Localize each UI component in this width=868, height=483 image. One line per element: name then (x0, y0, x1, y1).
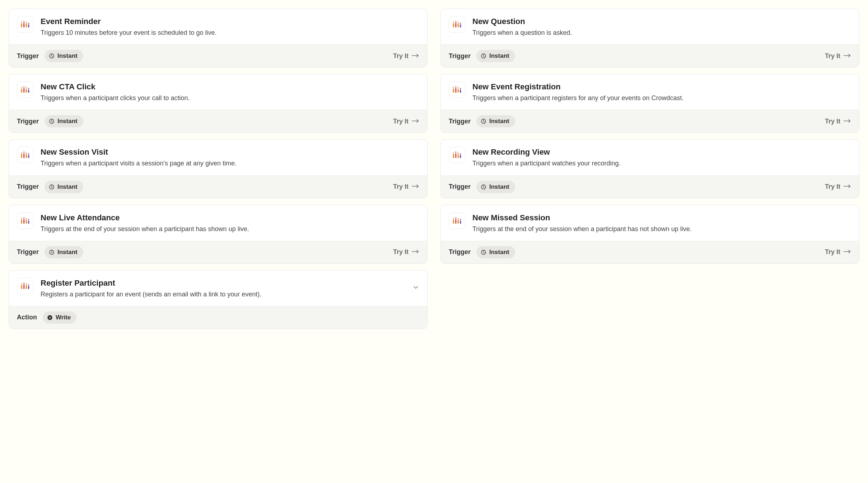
crowdcast-icon (20, 21, 30, 28)
crowdcast-icon (452, 21, 462, 28)
card-header: New Recording ViewTriggers when a partic… (441, 140, 859, 175)
card-title: Event Reminder (41, 17, 419, 26)
svg-point-60 (460, 88, 461, 89)
svg-point-18 (21, 153, 22, 154)
card-text: New Live AttendanceTriggers at the end o… (41, 212, 419, 234)
svg-rect-64 (453, 154, 454, 158)
card-header: New Session VisitTriggers when a partici… (9, 140, 427, 175)
app-icon (17, 16, 33, 33)
svg-rect-39 (23, 284, 24, 289)
try-it-label: Try It (825, 52, 840, 60)
svg-rect-48 (455, 23, 456, 27)
arrow-right-icon (843, 249, 851, 254)
svg-point-72 (453, 218, 454, 219)
svg-point-45 (453, 22, 454, 23)
integration-card: New Event RegistrationTriggers when a pa… (440, 74, 859, 133)
svg-rect-77 (458, 220, 459, 224)
try-it-button[interactable]: Try It (825, 248, 851, 256)
svg-rect-43 (28, 286, 29, 289)
clock-icon (49, 118, 55, 124)
clock-icon (481, 184, 486, 190)
try-it-button[interactable]: Try It (825, 118, 851, 125)
pill-label: Instant (57, 52, 78, 60)
card-title: New Question (472, 17, 851, 26)
svg-rect-50 (458, 24, 459, 28)
svg-rect-23 (26, 154, 27, 158)
try-it-button[interactable]: Try It (393, 52, 419, 60)
pill-label: Instant (489, 52, 509, 60)
instant-pill: Instant (45, 50, 83, 62)
kind-label: Trigger (449, 248, 471, 256)
card-footer: Trigger InstantTry It (9, 175, 427, 198)
card-text: New Recording ViewTriggers when a partic… (472, 147, 851, 168)
card-title: New Session Visit (41, 147, 419, 157)
try-it-label: Try It (393, 248, 409, 256)
card-text: New CTA ClickTriggers when a participant… (41, 81, 419, 103)
svg-point-2 (23, 21, 24, 22)
page: Event ReminderTriggers 10 minutes before… (0, 0, 868, 338)
svg-rect-73 (453, 220, 454, 224)
instant-pill: Instant (45, 181, 83, 193)
crowdcast-icon (452, 217, 462, 224)
card-header: New Event RegistrationTriggers when a pa… (441, 74, 859, 110)
svg-rect-75 (455, 219, 456, 224)
card-title: New Event Registration (472, 82, 851, 92)
svg-point-47 (455, 21, 456, 22)
try-it-label: Try It (825, 118, 840, 125)
arrow-right-icon (843, 118, 851, 123)
svg-rect-55 (453, 89, 454, 93)
instant-pill: Instant (476, 115, 515, 127)
svg-rect-25 (28, 155, 29, 158)
card-header: New Missed SessionTriggers at the end of… (441, 205, 859, 241)
card-footer: Action Write (9, 306, 427, 329)
arrow-right-icon (843, 184, 851, 189)
kind-label: Trigger (17, 248, 39, 256)
app-icon (17, 81, 33, 98)
integration-card: New Missed SessionTriggers at the end of… (440, 205, 859, 264)
arrow-right-icon (411, 249, 419, 254)
card-text: New Event RegistrationTriggers when a pa… (472, 81, 851, 103)
app-icon (449, 16, 465, 33)
try-it-label: Try It (393, 183, 409, 191)
footer-left: Trigger Instant (17, 50, 83, 62)
svg-point-9 (21, 87, 22, 88)
footer-left: Trigger Instant (17, 246, 83, 258)
svg-rect-46 (453, 24, 454, 28)
clock-icon (49, 53, 55, 59)
integration-card: New QuestionTriggers when a question is … (440, 9, 859, 67)
try-it-button[interactable]: Try It (393, 183, 419, 191)
card-footer: Trigger InstantTry It (441, 44, 859, 67)
svg-rect-5 (26, 24, 27, 28)
svg-rect-61 (460, 90, 461, 93)
card-description: Triggers when a participant visits a ses… (41, 159, 419, 168)
instant-pill: Instant (476, 181, 515, 193)
svg-point-24 (28, 154, 29, 155)
try-it-button[interactable]: Try It (393, 118, 419, 125)
try-it-label: Try It (393, 52, 409, 60)
card-description: Triggers when a participant clicks your … (41, 94, 419, 103)
instant-pill: Instant (45, 115, 83, 127)
clock-icon (49, 184, 55, 190)
card-description: Triggers at the end of your session when… (472, 225, 851, 234)
card-title: Register Participant (41, 278, 402, 288)
instant-pill: Instant (476, 50, 515, 62)
svg-rect-12 (23, 88, 24, 93)
expand-toggle[interactable] (412, 284, 419, 292)
card-footer: Trigger InstantTry It (9, 241, 427, 263)
try-it-button[interactable]: Try It (825, 52, 851, 60)
card-description: Triggers when a question is asked. (472, 28, 851, 37)
svg-point-58 (458, 87, 459, 88)
card-header: Event ReminderTriggers 10 minutes before… (9, 9, 427, 44)
svg-point-76 (458, 218, 459, 219)
chevron-down-icon (412, 284, 419, 291)
try-it-button[interactable]: Try It (393, 248, 419, 256)
pill-label: Instant (57, 183, 78, 191)
card-text: New QuestionTriggers when a question is … (472, 16, 851, 37)
svg-rect-34 (28, 221, 29, 224)
arrow-right-icon (843, 183, 851, 191)
app-icon (17, 278, 33, 294)
kind-label: Trigger (449, 183, 471, 191)
svg-point-56 (455, 86, 456, 87)
integration-card: New Recording ViewTriggers when a partic… (440, 139, 859, 198)
try-it-button[interactable]: Try It (825, 183, 851, 191)
